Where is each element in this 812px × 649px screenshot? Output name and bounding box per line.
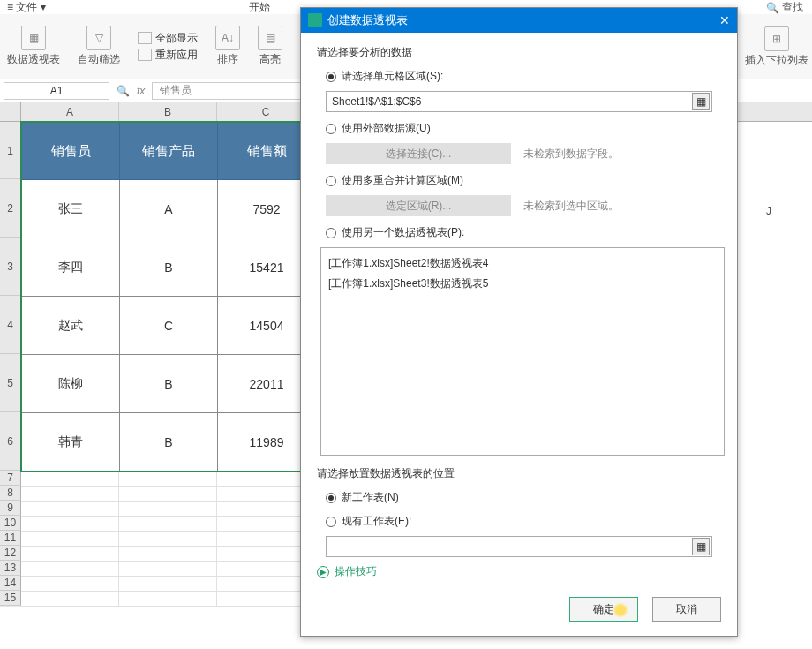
option-multi-range[interactable]: 使用多重合并计算区域(M): [326, 173, 721, 188]
ribbon-reapply[interactable]: 重新应用: [138, 48, 198, 63]
row-header[interactable]: 15: [0, 591, 21, 606]
section-label-source: 请选择要分析的数据: [317, 45, 721, 60]
menu-file[interactable]: ≡ 文件 ▾: [7, 0, 46, 15]
dialog-title: 创建数据透视表: [327, 12, 408, 28]
filter-icon: ▽: [86, 26, 111, 50]
cursor-icon: [613, 602, 628, 618]
ribbon-pivot[interactable]: ▦ 数据透视表: [7, 26, 60, 67]
select-region-button: 选定区域(R)...: [326, 195, 511, 216]
ext-note: 未检索到数据字段。: [523, 147, 619, 162]
row-header[interactable]: 9: [0, 501, 21, 516]
ribbon-showall[interactable]: 全部显示: [138, 31, 198, 46]
col-header-j[interactable]: J: [741, 205, 797, 217]
row-header[interactable]: 14: [0, 576, 21, 591]
range-selector-icon[interactable]: ▦: [692, 93, 710, 110]
ok-button[interactable]: 确定: [569, 597, 638, 622]
close-icon[interactable]: ✕: [719, 13, 730, 27]
row-header[interactable]: 4: [0, 296, 21, 354]
multi-note: 未检索到选中区域。: [523, 199, 619, 214]
option-select-range[interactable]: 请选择单元格区域(S):: [326, 69, 721, 84]
range-input[interactable]: Sheet1!$A$1:$C$6 ▦: [326, 91, 712, 112]
row-header[interactable]: 10: [0, 516, 21, 531]
list-item[interactable]: [工作簿1.xlsx]Sheet3!数据透视表5: [327, 274, 718, 294]
pivot-icon: ▦: [21, 26, 46, 50]
row-header[interactable]: 11: [0, 531, 21, 546]
list-item[interactable]: [工作簿1.xlsx]Sheet2!数据透视表4: [327, 253, 718, 274]
row-header[interactable]: 5: [0, 354, 21, 412]
radio-icon[interactable]: [326, 493, 336, 503]
find-button[interactable]: 🔍 查找: [766, 0, 803, 15]
table-row[interactable]: 陈柳B22011: [22, 355, 316, 413]
table-header[interactable]: 销售产品: [120, 123, 218, 180]
menu-start[interactable]: 开始: [249, 0, 270, 15]
row-header[interactable]: 13: [0, 561, 21, 576]
choose-connection-button: 选择连接(C)...: [326, 143, 511, 164]
sort-icon: A↓: [215, 26, 240, 50]
row-header[interactable]: 8: [0, 486, 21, 501]
radio-icon[interactable]: [326, 517, 336, 527]
formula-input[interactable]: 销售员: [152, 82, 311, 100]
radio-icon[interactable]: [326, 176, 336, 186]
table-row[interactable]: 李四B15421: [22, 238, 316, 297]
ribbon-highlight[interactable]: ▤ 高亮: [258, 26, 282, 67]
fx-label[interactable]: fx: [137, 85, 145, 97]
play-icon: ▶: [317, 566, 329, 578]
find-icon[interactable]: 🔍: [117, 85, 130, 97]
range-selector-icon[interactable]: ▦: [692, 538, 710, 555]
name-box[interactable]: A1: [4, 82, 109, 100]
row-header[interactable]: 6: [0, 412, 21, 471]
ribbon-sort[interactable]: A↓ 排序: [215, 26, 240, 67]
option-new-sheet[interactable]: 新工作表(N): [326, 490, 721, 505]
table-row[interactable]: 赵武C14504: [22, 297, 316, 355]
table-row[interactable]: 张三A7592: [22, 180, 316, 238]
row-header[interactable]: 1: [0, 122, 21, 179]
row-header[interactable]: 7: [0, 471, 21, 486]
blank-grid[interactable]: [21, 472, 316, 607]
option-existing-sheet[interactable]: 现有工作表(E):: [326, 514, 721, 529]
table-row[interactable]: 韩青B11989: [22, 413, 316, 472]
highlight-icon: ▤: [258, 26, 282, 50]
dialog-titlebar[interactable]: 创建数据透视表 ✕: [301, 8, 737, 33]
pivot-list[interactable]: [工作簿1.xlsx]Sheet2!数据透视表4 [工作簿1.xlsx]Shee…: [320, 247, 725, 456]
ribbon-autofilter[interactable]: ▽ 自动筛选: [78, 26, 120, 67]
row-header[interactable]: 2: [0, 179, 21, 238]
select-all-corner[interactable]: [0, 102, 21, 121]
ribbon-filter-options: 全部显示 重新应用: [138, 31, 198, 63]
col-header[interactable]: A: [21, 102, 119, 121]
section-label-target: 请选择放置数据透视表的位置: [317, 466, 721, 481]
radio-icon[interactable]: [326, 124, 336, 134]
tips-link[interactable]: ▶ 操作技巧: [317, 564, 721, 579]
data-table[interactable]: 销售员 销售产品 销售额 张三A7592 李四B15421 赵武C14504 陈…: [21, 122, 316, 472]
ribbon-dropdownlist[interactable]: ⊞ 插入下拉列表: [741, 14, 812, 79]
radio-icon[interactable]: [326, 228, 336, 238]
row-header[interactable]: 12: [0, 546, 21, 561]
cancel-button[interactable]: 取消: [652, 597, 721, 622]
app-icon: [308, 13, 322, 27]
existing-location-input[interactable]: ▦: [326, 536, 712, 557]
row-header[interactable]: 3: [0, 238, 21, 296]
option-another-pivot[interactable]: 使用另一个数据透视表(P):: [326, 225, 721, 240]
table-header[interactable]: 销售员: [22, 123, 120, 180]
radio-icon[interactable]: [326, 72, 336, 82]
option-external-source[interactable]: 使用外部数据源(U): [326, 121, 721, 136]
row-headers: 1 2 3 4 5 6 7 8 9 10 11 12 13 14 15: [0, 122, 21, 607]
col-header[interactable]: B: [119, 102, 217, 121]
create-pivot-dialog: 创建数据透视表 ✕ 请选择要分析的数据 请选择单元格区域(S): Sheet1!…: [300, 7, 738, 637]
dropdown-icon: ⊞: [764, 26, 789, 51]
